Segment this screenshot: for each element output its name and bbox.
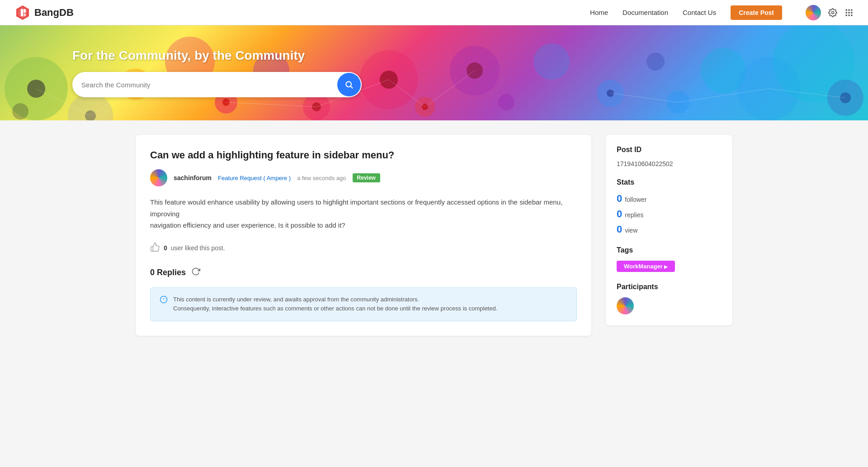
svg-rect-11: [851, 12, 852, 13]
post-title: Can we add a highlighting feature in sid…: [150, 149, 577, 161]
view-stat: 0 view: [617, 224, 722, 235]
replies-count: 0: [150, 268, 155, 277]
nav-documentation[interactable]: Documentation: [623, 9, 668, 16]
sidebar: Post ID 1719410604022502 Stats 0 followe…: [606, 135, 732, 325]
svg-rect-14: [851, 14, 852, 16]
post-body-line1: This feature would enhance usability by …: [150, 198, 562, 218]
post-id-label: Post ID: [617, 146, 722, 154]
post-body: This feature would enhance usability by …: [150, 196, 577, 231]
svg-line-54: [351, 86, 353, 89]
svg-rect-13: [848, 14, 849, 16]
refresh-icon-svg: [191, 267, 200, 276]
post-likes: 0 user liked this post.: [150, 242, 577, 254]
svg-rect-10: [848, 12, 849, 13]
post-body-line2: navigation efficiency and user experienc…: [150, 221, 345, 229]
svg-rect-4: [24, 14, 26, 16]
follower-stat: 0 follower: [617, 193, 722, 205]
thumbs-up-icon[interactable]: [150, 242, 160, 254]
replies-title: 0 Replies: [150, 268, 186, 277]
review-notice: This content is currently under review, …: [150, 287, 577, 322]
svg-rect-6: [846, 9, 847, 10]
navbar-links: Home Documentation Contact Us Create Pos…: [590, 5, 854, 20]
stats-label: Stats: [617, 178, 722, 186]
search-button[interactable]: [337, 73, 361, 96]
like-label: user liked this post.: [171, 244, 225, 252]
svg-point-53: [346, 81, 351, 87]
post-id-value: 1719410604022502: [617, 160, 722, 167]
replies-label: Replies: [157, 268, 186, 277]
brand-name: BangDB: [34, 7, 74, 19]
brand-logo-link[interactable]: BangDB: [14, 5, 74, 21]
tags-section: Tags WorkManager: [617, 246, 722, 272]
post-area: Can we add a highlighting feature in sid…: [136, 135, 591, 336]
info-icon-svg: [160, 295, 168, 304]
like-count: 0: [164, 244, 167, 252]
review-text-line2: Consequently, interactive features such …: [173, 304, 497, 314]
view-label: view: [625, 227, 637, 234]
svg-rect-12: [846, 14, 847, 16]
follower-count: 0: [617, 193, 622, 205]
gear-icon: [828, 8, 837, 17]
replies-stat: 0 replies: [617, 208, 722, 220]
hero-banner: For the Community, by the Community: [0, 25, 868, 120]
svg-rect-2: [21, 9, 23, 16]
replies-label: replies: [625, 211, 643, 219]
nav-contact-us[interactable]: Contact Us: [683, 9, 716, 16]
stats-section: Stats 0 follower 0 replies 0 view: [617, 178, 722, 235]
hero-title: For the Community, by the Community: [72, 48, 362, 63]
avatar-image: [806, 5, 821, 20]
review-notice-text: This content is currently under review, …: [173, 295, 497, 314]
search-input[interactable]: [72, 75, 336, 95]
nav-home[interactable]: Home: [590, 9, 608, 16]
navbar: BangDB Home Documentation Contact Us Cre…: [0, 0, 868, 25]
post-author-avatar[interactable]: [150, 169, 167, 186]
refresh-button[interactable]: [191, 267, 200, 278]
replies-count: 0: [617, 208, 622, 220]
review-text-line1: This content is currently under review, …: [173, 295, 497, 305]
settings-button[interactable]: [828, 8, 837, 17]
bangdb-logo-icon: [14, 5, 31, 21]
like-icon-svg: [150, 242, 160, 252]
post-meta: sachinforum Feature Request ( Ampere ) a…: [150, 169, 577, 186]
follower-label: follower: [625, 196, 646, 203]
participant-avatar[interactable]: [617, 297, 634, 315]
participants-section: Participants: [617, 283, 722, 315]
main-container: Can we add a highlighting feature in sid…: [118, 120, 750, 350]
tags-label: Tags: [617, 246, 722, 254]
replies-header: 0 Replies: [150, 267, 577, 278]
svg-rect-7: [848, 9, 849, 10]
search-bar: [72, 72, 362, 97]
tag-workmanager[interactable]: WorkManager: [617, 261, 675, 272]
svg-rect-8: [851, 9, 852, 10]
svg-rect-9: [846, 12, 847, 13]
svg-rect-3: [24, 9, 26, 13]
hero-content: For the Community, by the Community: [72, 48, 362, 97]
post-category[interactable]: Feature Request ( Ampere ): [218, 175, 291, 181]
svg-point-5: [832, 11, 834, 14]
create-post-button[interactable]: Create Post: [731, 5, 782, 20]
post-time: a few seconds ago: [297, 175, 346, 181]
grid-icon: [844, 8, 854, 17]
info-icon: [160, 295, 168, 306]
apps-grid-button[interactable]: [844, 8, 854, 17]
search-icon: [344, 80, 354, 89]
post-author-name: sachinforum: [174, 174, 212, 181]
user-avatar[interactable]: [806, 5, 821, 20]
status-badge: Review: [353, 173, 380, 182]
participants-label: Participants: [617, 283, 722, 291]
view-count: 0: [617, 224, 622, 235]
sidebar-card: Post ID 1719410604022502 Stats 0 followe…: [606, 135, 732, 325]
nav-icons: [806, 5, 854, 20]
